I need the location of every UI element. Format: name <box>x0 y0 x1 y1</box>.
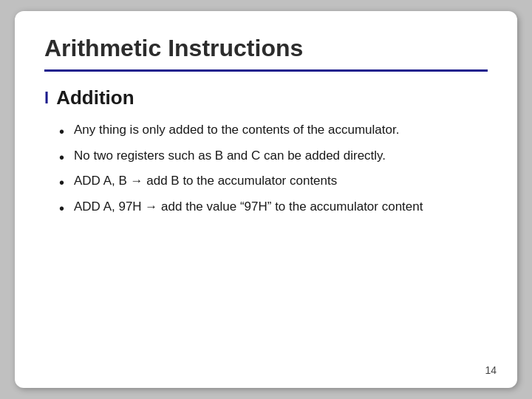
bullet-text-4: ADD A, 97H → add the value “97H” to the … <box>74 200 423 214</box>
bullet-list: Any thing is only added to the contents … <box>44 121 488 224</box>
list-item: ADD A, B → add B to the accumulator cont… <box>59 172 488 191</box>
bullet-text-3: ADD A, B → add B to the accumulator cont… <box>74 174 337 188</box>
title-divider <box>44 69 488 72</box>
bullet-text-1: Any thing is only added to the contents … <box>74 123 399 137</box>
section-header: l Addition <box>44 86 488 109</box>
list-item: No two registers such as B and C can be … <box>59 147 488 166</box>
page-number: 14 <box>485 364 497 376</box>
slide: Arithmetic Instructions l Addition Any t… <box>15 11 517 388</box>
list-item: Any thing is only added to the contents … <box>59 121 488 140</box>
list-item: ADD A, 97H → add the value “97H” to the … <box>59 198 488 216</box>
section-bullet: l <box>44 89 49 108</box>
slide-title: Arithmetic Instructions <box>44 35 488 62</box>
section-title: Addition <box>56 86 134 109</box>
bullet-text-2: No two registers such as B and C can be … <box>74 149 386 163</box>
